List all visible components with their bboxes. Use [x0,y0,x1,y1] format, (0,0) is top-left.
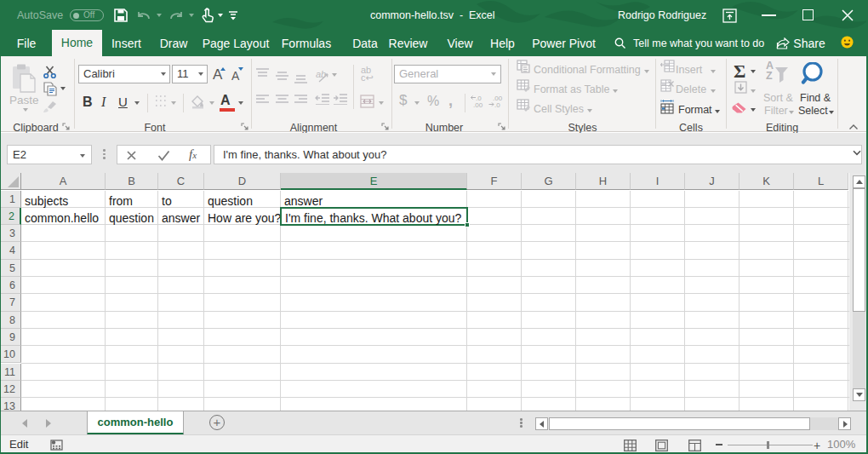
svg-text:ab: ab [316,70,326,79]
svg-text:.00: .00 [473,101,483,108]
svg-text:.0: .0 [494,101,500,108]
